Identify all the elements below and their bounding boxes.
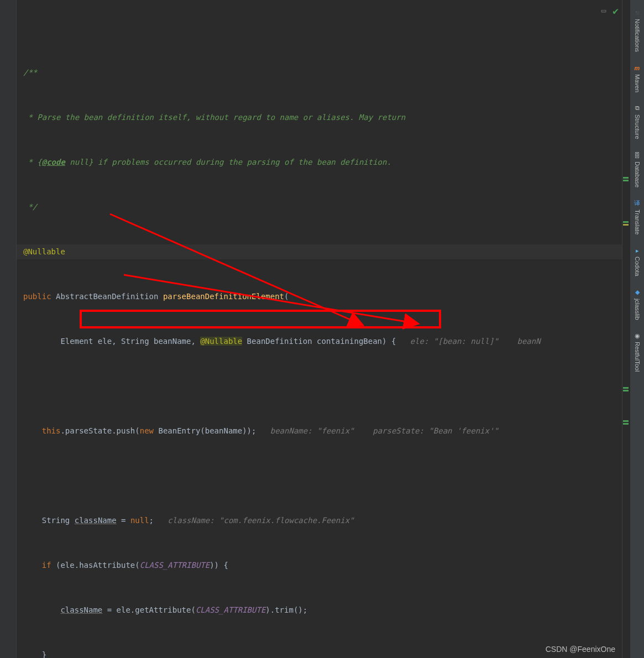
- tool-tab-translate[interactable]: 译Translate: [632, 194, 642, 240]
- editor-gutter: [0, 0, 17, 658]
- code-line: * {@code null} if problems occurred duri…: [17, 155, 622, 170]
- code-line: public AbstractBeanDefinition parseBeanD…: [17, 289, 622, 304]
- tool-tab-codota[interactable]: ▸Codota: [632, 241, 642, 281]
- inspection-check-icon[interactable]: ✔: [612, 3, 619, 18]
- code-line: this.parseState.push(new BeanEntry(beanN…: [17, 424, 622, 438]
- structure-icon: ⧉: [633, 105, 641, 112]
- code-line: /**: [17, 65, 622, 80]
- code-line: if (ele.hasAttribute(CLASS_ATTRIBUTE)) {: [17, 558, 622, 573]
- tool-tab-maven[interactable]: mMaven: [632, 59, 642, 98]
- tool-tab-restfultool[interactable]: ◉RestfulTool: [632, 326, 642, 377]
- code-line: Element ele, String beanName, @Nullable …: [17, 334, 622, 349]
- code-line: className = ele.getAttribute(CLASS_ATTRI…: [17, 603, 622, 618]
- code-line: [17, 468, 622, 483]
- code-editor[interactable]: ▭ ✔ /** * Parse the bean definition itse…: [17, 0, 622, 658]
- svg-line-0: [110, 214, 362, 325]
- watermark-text: CSDN @FeenixOne: [546, 645, 615, 654]
- annotation-arrow: [17, 0, 478, 367]
- right-tool-sidebar: ◾Notifications mMaven ⧉Structure 🗄Databa…: [630, 0, 644, 658]
- tool-tab-database[interactable]: 🗄Database: [632, 146, 642, 193]
- jclasslib-icon: ◆: [633, 289, 641, 296]
- codota-icon: ▸: [633, 247, 641, 254]
- tool-tab-structure[interactable]: ⧉Structure: [632, 99, 642, 145]
- maven-icon: m: [633, 64, 641, 72]
- code-line: [17, 379, 622, 394]
- code-line: @Nullable: [17, 244, 622, 259]
- database-icon: 🗄: [633, 152, 641, 159]
- reader-mode-icon[interactable]: ▭: [601, 3, 606, 18]
- scrollbar-track[interactable]: [622, 0, 630, 658]
- editor-top-icons: ▭ ✔: [601, 3, 619, 18]
- translate-icon: 译: [633, 200, 641, 207]
- code-line: * Parse the bean definition itself, with…: [17, 110, 622, 125]
- code-line: }: [17, 647, 622, 658]
- code-line: */: [17, 200, 622, 215]
- bell-icon: ◾: [633, 9, 641, 17]
- annotation-highlight-box: [80, 310, 441, 328]
- tool-tab-notifications[interactable]: ◾Notifications: [632, 3, 642, 58]
- restful-icon: ◉: [633, 332, 641, 340]
- code-line: String className = null; className: "com…: [17, 513, 622, 528]
- tool-tab-jclasslib[interactable]: ◆jclasslib: [632, 283, 642, 326]
